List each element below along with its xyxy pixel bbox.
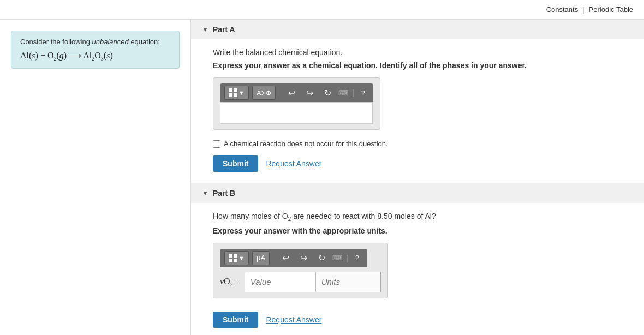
- part-a-action-row: Submit Request Answer: [213, 155, 622, 172]
- equation-display: Al(s) + O2(g) ⟶ Al2O3(s): [20, 50, 170, 62]
- part-a-arrow: ▼: [202, 26, 208, 33]
- part-a-section: ▼ Part A Write the balanced chemical equ…: [191, 20, 644, 183]
- part-a-bold-instruction: Express your answer as a chemical equati…: [213, 61, 622, 70]
- part-a-refresh-btn[interactable]: ↻: [320, 86, 335, 100]
- part-b-greek-btn[interactable]: μA: [252, 251, 270, 265]
- part-b-body: How many moles of O2 are needed to react…: [191, 203, 644, 335]
- part-a-header: ▼ Part A: [191, 20, 644, 39]
- units-input[interactable]: [315, 272, 381, 292]
- part-a-input-container: ▼ ΑΣΦ ↩ ↪ ↻ ⌨ | ?: [213, 77, 380, 130]
- part-b-action-row: Submit Request Answer: [213, 312, 622, 328]
- part-a-toolbar: ▼ ΑΣΦ ↩ ↪ ↻ ⌨ | ?: [220, 83, 373, 102]
- constants-link[interactable]: Constants: [546, 5, 579, 14]
- sidebar-intro: Consider the following unbalanced equati…: [20, 38, 170, 46]
- part-a-title: Part A: [213, 25, 235, 34]
- part-b-toolbar-sep2: |: [346, 254, 348, 262]
- part-b-undo-btn[interactable]: ↩: [278, 251, 293, 265]
- part-b-refresh-btn[interactable]: ↻: [314, 251, 329, 265]
- part-a-request-answer-link[interactable]: Request Answer: [266, 159, 321, 168]
- part-b-request-answer-link[interactable]: Request Answer: [266, 315, 321, 324]
- part-b-input-container: ▼ μA ↩ ↪ ↻ ⌨ | ?: [213, 243, 388, 298]
- right-panel: ▼ Part A Write the balanced chemical equ…: [191, 20, 644, 335]
- part-a-no-reaction-row: A chemical reaction does not occur for t…: [213, 140, 622, 148]
- value-input[interactable]: [245, 272, 315, 292]
- part-a-no-reaction-checkbox[interactable]: [213, 140, 220, 148]
- part-b-keyboard-icon: ⌨: [332, 254, 343, 262]
- unbalanced-italic: unbalanced: [92, 38, 129, 46]
- part-a-greek-btn[interactable]: ΑΣΦ: [252, 86, 276, 100]
- part-b-matrix-btn[interactable]: ▼: [224, 251, 249, 265]
- part-b-header: ▼ Part B: [191, 183, 644, 203]
- part-a-undo-btn[interactable]: ↩: [284, 86, 299, 100]
- periodic-table-link[interactable]: Periodic Table: [589, 5, 633, 14]
- part-b-section: ▼ Part B How many moles of O2 are needed…: [191, 183, 644, 335]
- part-a-matrix-btn[interactable]: ▼: [224, 86, 249, 100]
- part-a-redo-btn[interactable]: ↪: [302, 86, 317, 100]
- part-a-instruction: Write the balanced chemical equation.: [213, 48, 622, 57]
- part-b-question: How many moles of O2 are needed to react…: [213, 212, 622, 222]
- part-a-submit-btn[interactable]: Submit: [213, 155, 258, 172]
- top-separator: |: [582, 5, 584, 14]
- part-b-submit-btn[interactable]: Submit: [213, 312, 258, 328]
- part-a-no-reaction-label: A chemical reaction does not occur for t…: [224, 140, 388, 148]
- part-b-bold-instruction: Express your answer with the appropriate…: [213, 226, 622, 235]
- part-a-toolbar-row: ▼ ΑΣΦ ↩ ↪ ↻ ⌨ | ?: [220, 83, 373, 102]
- part-a-toolbar-sep3: |: [352, 88, 354, 97]
- part-b-help-btn[interactable]: ?: [351, 251, 363, 265]
- part-b-arrow: ▼: [202, 189, 208, 197]
- part-a-toolbar-sep2: ⌨: [338, 89, 349, 97]
- part-b-toolbar: ▼ μA ↩ ↪ ↻ ⌨ | ?: [220, 249, 367, 267]
- part-b-toolbar-row: ▼ μA ↩ ↪ ↻ ⌨ | ?: [220, 249, 381, 267]
- part-a-body: Write the balanced chemical equation. Ex…: [191, 39, 644, 183]
- sidebar: Consider the following unbalanced equati…: [0, 20, 191, 335]
- part-a-equation-input[interactable]: [220, 102, 373, 124]
- part-b-value-units-row: νO2 =: [220, 272, 381, 292]
- equation-box: Consider the following unbalanced equati…: [11, 31, 180, 69]
- nu-label: νO2 =: [220, 277, 240, 288]
- part-a-help-btn[interactable]: ?: [357, 86, 369, 100]
- part-b-title: Part B: [213, 189, 235, 198]
- part-b-redo-btn[interactable]: ↪: [296, 251, 311, 265]
